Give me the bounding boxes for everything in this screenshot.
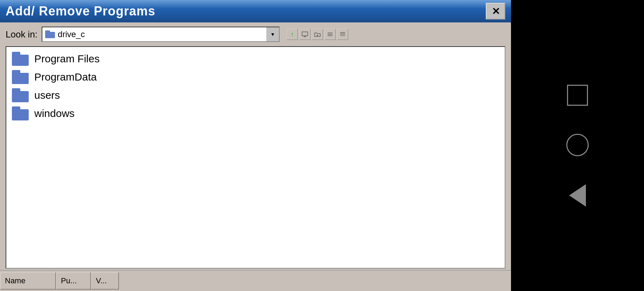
path-combo-text: drive_c — [42, 29, 266, 39]
recent-apps-button[interactable] — [567, 85, 588, 106]
file-list: Program Files ProgramData users windows — [6, 47, 505, 268]
toolbar-buttons: ↑ — [287, 29, 348, 40]
android-nav-bar — [511, 0, 644, 291]
list-item[interactable]: users — [9, 86, 502, 104]
look-in-label: Look in: — [6, 29, 37, 40]
title-bar: Add/ Remove Programs ✕ — [0, 0, 511, 22]
current-path-text: drive_c — [58, 29, 85, 39]
item-label: ProgramData — [34, 71, 97, 83]
item-label: users — [34, 89, 60, 101]
back-button[interactable] — [569, 184, 586, 207]
list-item[interactable]: ProgramData — [9, 68, 502, 86]
list-item[interactable]: Program Files — [9, 50, 502, 68]
close-button[interactable]: ✕ — [486, 3, 505, 20]
detail-view-button[interactable] — [337, 29, 348, 40]
new-folder-button[interactable] — [312, 29, 323, 40]
list-item[interactable]: windows — [9, 104, 502, 123]
column-publisher-header[interactable]: Pu... — [56, 272, 91, 290]
folder-icon-small — [45, 30, 55, 38]
file-browser[interactable]: Program Files ProgramData users windows — [6, 46, 505, 269]
item-label: windows — [34, 108, 75, 119]
item-label: Program Files — [34, 53, 100, 65]
home-button[interactable] — [566, 134, 589, 156]
column-version-header[interactable]: V... — [91, 272, 119, 290]
folder-icon — [12, 88, 29, 102]
bottom-bar: Name Pu... V... — [0, 270, 511, 291]
folder-icon — [12, 106, 29, 120]
list-view-button[interactable] — [324, 29, 336, 40]
folder-icon — [12, 52, 29, 66]
path-combo[interactable]: drive_c ▼ — [42, 27, 280, 42]
desktop-button[interactable] — [299, 29, 310, 40]
folder-icon — [12, 70, 29, 84]
dialog-window: Add/ Remove Programs ✕ Look in: drive_c … — [0, 0, 511, 291]
path-dropdown-button[interactable]: ▼ — [266, 27, 279, 41]
svg-rect-0 — [302, 32, 308, 36]
dialog-title: Add/ Remove Programs — [6, 4, 155, 19]
toolbar-area: Look in: drive_c ▼ ↑ — [0, 22, 511, 45]
up-button[interactable]: ↑ — [287, 29, 298, 40]
column-name-header[interactable]: Name — [0, 272, 56, 290]
